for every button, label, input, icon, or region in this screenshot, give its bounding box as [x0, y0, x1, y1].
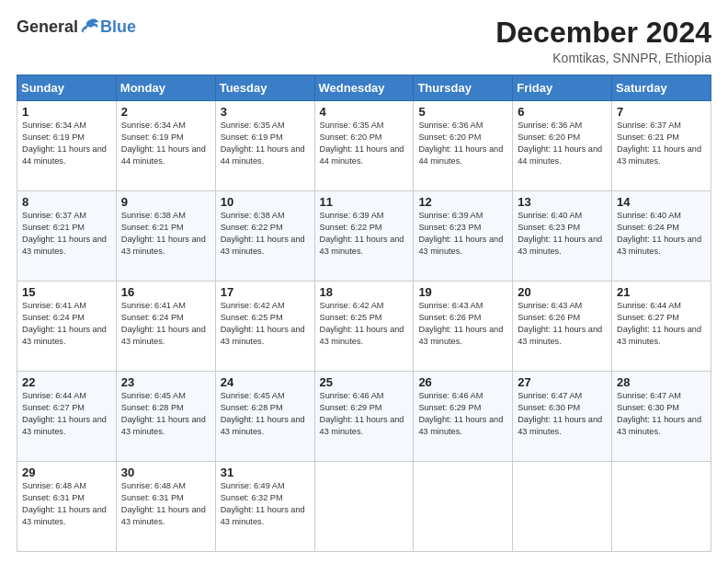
day-info: Sunrise: 6:44 AMSunset: 6:27 PMDaylight:…: [617, 300, 706, 348]
dow-header-friday: Friday: [513, 75, 612, 101]
dow-header-wednesday: Wednesday: [314, 75, 414, 101]
logo-bird-icon: [80, 17, 100, 37]
calendar-cell: 25 Sunrise: 6:46 AMSunset: 6:29 PMDaylig…: [314, 372, 414, 462]
dow-header-saturday: Saturday: [612, 75, 711, 101]
day-number: 9: [121, 195, 210, 209]
day-number: 15: [22, 285, 111, 299]
day-info: Sunrise: 6:38 AMSunset: 6:21 PMDaylight:…: [121, 210, 210, 258]
calendar-cell: 19 Sunrise: 6:43 AMSunset: 6:26 PMDaylig…: [414, 282, 513, 372]
day-info: Sunrise: 6:36 AMSunset: 6:20 PMDaylight:…: [418, 120, 507, 167]
calendar-cell: 26 Sunrise: 6:46 AMSunset: 6:29 PMDaylig…: [414, 372, 513, 462]
day-info: Sunrise: 6:39 AMSunset: 6:22 PMDaylight:…: [320, 210, 409, 258]
day-info: Sunrise: 6:43 AMSunset: 6:26 PMDaylight:…: [418, 300, 507, 348]
day-number: 16: [121, 285, 210, 299]
day-info: Sunrise: 6:48 AMSunset: 6:31 PMDaylight:…: [121, 480, 210, 528]
day-info: Sunrise: 6:48 AMSunset: 6:31 PMDaylight:…: [22, 480, 111, 528]
calendar-cell: 21 Sunrise: 6:44 AMSunset: 6:27 PMDaylig…: [612, 282, 711, 372]
calendar-cell: 8 Sunrise: 6:37 AMSunset: 6:21 PMDayligh…: [17, 191, 117, 282]
day-number: 26: [418, 375, 507, 389]
day-number: 13: [518, 195, 607, 209]
calendar-cell: [612, 462, 711, 552]
calendar-cell: 24 Sunrise: 6:45 AMSunset: 6:28 PMDaylig…: [215, 372, 314, 462]
day-info: Sunrise: 6:46 AMSunset: 6:29 PMDaylight:…: [320, 390, 409, 438]
calendar-table: SundayMondayTuesdayWednesdayThursdayFrid…: [17, 75, 711, 552]
day-number: 31: [221, 465, 310, 479]
dow-header-monday: Monday: [116, 75, 215, 101]
day-info: Sunrise: 6:42 AMSunset: 6:25 PMDaylight:…: [320, 300, 409, 348]
calendar-cell: 12 Sunrise: 6:39 AMSunset: 6:23 PMDaylig…: [414, 191, 513, 282]
day-info: Sunrise: 6:45 AMSunset: 6:28 PMDaylight:…: [121, 390, 210, 438]
day-info: Sunrise: 6:44 AMSunset: 6:27 PMDaylight:…: [22, 390, 111, 438]
header: General Blue December 2024 Komtikas, SNN…: [17, 17, 711, 65]
day-info: Sunrise: 6:34 AMSunset: 6:19 PMDaylight:…: [22, 120, 111, 167]
day-number: 5: [418, 105, 507, 119]
calendar-cell: 22 Sunrise: 6:44 AMSunset: 6:27 PMDaylig…: [17, 372, 117, 462]
day-number: 18: [320, 285, 409, 299]
day-number: 14: [617, 195, 706, 209]
calendar-cell: 29 Sunrise: 6:48 AMSunset: 6:31 PMDaylig…: [17, 462, 117, 552]
calendar-cell: 30 Sunrise: 6:48 AMSunset: 6:31 PMDaylig…: [116, 462, 215, 552]
day-info: Sunrise: 6:35 AMSunset: 6:20 PMDaylight:…: [320, 120, 409, 167]
calendar-cell: 20 Sunrise: 6:43 AMSunset: 6:26 PMDaylig…: [513, 282, 612, 372]
day-info: Sunrise: 6:39 AMSunset: 6:23 PMDaylight:…: [418, 210, 507, 258]
calendar-cell: 3 Sunrise: 6:35 AMSunset: 6:19 PMDayligh…: [215, 101, 314, 191]
day-info: Sunrise: 6:49 AMSunset: 6:32 PMDaylight:…: [221, 480, 310, 528]
day-number: 20: [518, 285, 607, 299]
day-number: 8: [22, 195, 111, 209]
day-number: 21: [617, 285, 706, 299]
day-number: 28: [617, 375, 706, 389]
dow-header-tuesday: Tuesday: [215, 75, 314, 101]
day-info: Sunrise: 6:36 AMSunset: 6:20 PMDaylight:…: [518, 120, 607, 167]
dow-header-sunday: Sunday: [17, 75, 117, 101]
day-number: 4: [320, 105, 409, 119]
calendar-cell: 4 Sunrise: 6:35 AMSunset: 6:20 PMDayligh…: [314, 101, 414, 191]
calendar-cell: 5 Sunrise: 6:36 AMSunset: 6:20 PMDayligh…: [414, 101, 513, 191]
day-info: Sunrise: 6:37 AMSunset: 6:21 PMDaylight:…: [617, 120, 706, 167]
days-of-week-row: SundayMondayTuesdayWednesdayThursdayFrid…: [17, 75, 711, 101]
calendar-cell: [314, 462, 414, 552]
calendar-cell: 18 Sunrise: 6:42 AMSunset: 6:25 PMDaylig…: [314, 282, 414, 372]
calendar-cell: 16 Sunrise: 6:41 AMSunset: 6:24 PMDaylig…: [116, 282, 215, 372]
logo-general-text: General: [17, 17, 78, 37]
calendar-cell: 1 Sunrise: 6:34 AMSunset: 6:19 PMDayligh…: [17, 101, 117, 191]
day-number: 24: [221, 375, 310, 389]
day-number: 27: [518, 375, 607, 389]
day-info: Sunrise: 6:37 AMSunset: 6:21 PMDaylight:…: [22, 210, 111, 258]
logo-blue-text: Blue: [100, 17, 136, 37]
calendar-cell: 9 Sunrise: 6:38 AMSunset: 6:21 PMDayligh…: [116, 191, 215, 282]
day-info: Sunrise: 6:40 AMSunset: 6:23 PMDaylight:…: [518, 210, 607, 258]
calendar-cell: 15 Sunrise: 6:41 AMSunset: 6:24 PMDaylig…: [17, 282, 117, 372]
day-info: Sunrise: 6:34 AMSunset: 6:19 PMDaylight:…: [121, 120, 210, 167]
calendar-week-2: 8 Sunrise: 6:37 AMSunset: 6:21 PMDayligh…: [17, 191, 711, 282]
day-info: Sunrise: 6:41 AMSunset: 6:24 PMDaylight:…: [22, 300, 111, 348]
dow-header-thursday: Thursday: [414, 75, 513, 101]
day-number: 11: [320, 195, 409, 209]
calendar-week-5: 29 Sunrise: 6:48 AMSunset: 6:31 PMDaylig…: [17, 462, 711, 552]
calendar-cell: [513, 462, 612, 552]
day-info: Sunrise: 6:35 AMSunset: 6:19 PMDaylight:…: [221, 120, 310, 167]
calendar-cell: 10 Sunrise: 6:38 AMSunset: 6:22 PMDaylig…: [215, 191, 314, 282]
day-info: Sunrise: 6:43 AMSunset: 6:26 PMDaylight:…: [518, 300, 607, 348]
header-right: December 2024 Komtikas, SNNPR, Ethiopia: [495, 17, 711, 65]
location: Komtikas, SNNPR, Ethiopia: [495, 51, 711, 65]
day-number: 1: [22, 105, 111, 119]
calendar-cell: 27 Sunrise: 6:47 AMSunset: 6:30 PMDaylig…: [513, 372, 612, 462]
calendar-week-1: 1 Sunrise: 6:34 AMSunset: 6:19 PMDayligh…: [17, 101, 711, 191]
calendar-cell: 28 Sunrise: 6:47 AMSunset: 6:30 PMDaylig…: [612, 372, 711, 462]
calendar-body: 1 Sunrise: 6:34 AMSunset: 6:19 PMDayligh…: [17, 101, 711, 552]
calendar-cell: 7 Sunrise: 6:37 AMSunset: 6:21 PMDayligh…: [612, 101, 711, 191]
day-info: Sunrise: 6:41 AMSunset: 6:24 PMDaylight:…: [121, 300, 210, 348]
calendar-cell: 17 Sunrise: 6:42 AMSunset: 6:25 PMDaylig…: [215, 282, 314, 372]
calendar-week-3: 15 Sunrise: 6:41 AMSunset: 6:24 PMDaylig…: [17, 282, 711, 372]
calendar-cell: 6 Sunrise: 6:36 AMSunset: 6:20 PMDayligh…: [513, 101, 612, 191]
day-number: 29: [22, 465, 111, 479]
month-title: December 2024: [495, 17, 711, 49]
day-info: Sunrise: 6:47 AMSunset: 6:30 PMDaylight:…: [617, 390, 706, 438]
day-info: Sunrise: 6:42 AMSunset: 6:25 PMDaylight:…: [221, 300, 310, 348]
day-number: 19: [418, 285, 507, 299]
day-number: 25: [320, 375, 409, 389]
day-number: 22: [22, 375, 111, 389]
calendar-week-4: 22 Sunrise: 6:44 AMSunset: 6:27 PMDaylig…: [17, 372, 711, 462]
day-number: 12: [418, 195, 507, 209]
calendar-cell: 11 Sunrise: 6:39 AMSunset: 6:22 PMDaylig…: [314, 191, 414, 282]
